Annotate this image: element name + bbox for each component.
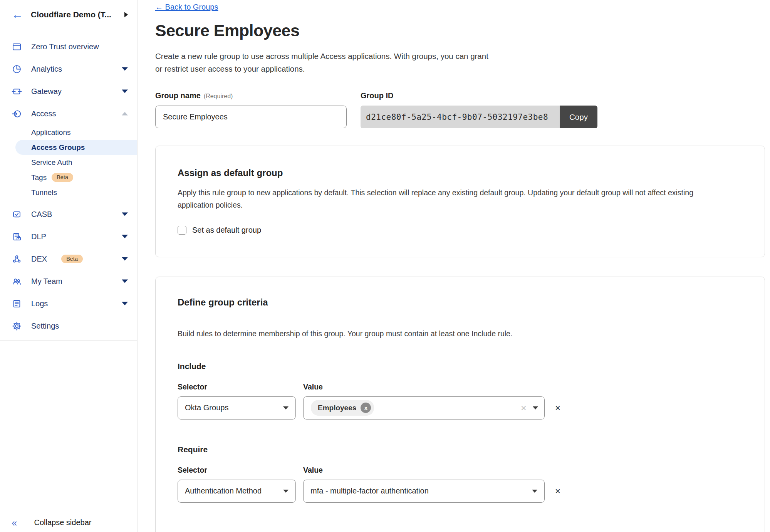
dex-icon <box>12 254 22 264</box>
chevron-down-icon[interactable] <box>122 90 128 93</box>
clear-selection-icon[interactable]: × <box>521 403 527 413</box>
chevron-down-icon[interactable] <box>122 213 128 216</box>
chevron-down-icon[interactable] <box>122 257 128 261</box>
remove-include-rule-button[interactable]: × <box>555 403 560 413</box>
chevron-down-icon[interactable] <box>122 67 128 71</box>
sidebar-item-label: DEX <box>31 255 47 263</box>
require-selector-value: Authentication Method <box>185 487 283 495</box>
sidebar-item-gateway[interactable]: Gateway <box>0 80 137 102</box>
sidebar-item-label: DLP <box>31 232 46 241</box>
logs-icon <box>12 299 22 309</box>
group-id-field-group: Group ID d21ce80f-5a25-4bcf-9b07-5032197… <box>361 91 597 128</box>
assign-default-description-line2: application policies. <box>178 199 743 211</box>
assign-default-group-title: Assign as default group <box>178 168 743 178</box>
chip-remove-icon[interactable]: x <box>361 403 371 413</box>
page-description-line1: Create a new rule group to use across mu… <box>155 50 765 62</box>
back-link-label: Back to Groups <box>165 3 218 11</box>
sidebar-nav: Zero Trust overview Analytics Gateway Ac… <box>0 29 137 341</box>
include-value-multiselect[interactable]: Employees x × <box>303 396 545 420</box>
remove-require-rule-button[interactable]: × <box>555 487 560 496</box>
sidebar-item-zero-trust-overview[interactable]: Zero Trust overview <box>0 35 137 58</box>
sidebar-item-my-team[interactable]: My Team <box>0 270 137 292</box>
page-description-line2: or restrict user access to your applicat… <box>155 62 765 75</box>
require-rule-row: Authentication Method mfa - multiple-fac… <box>178 480 743 503</box>
include-heading: Include <box>178 362 743 371</box>
sidebar-item-analytics[interactable]: Analytics <box>0 58 137 80</box>
chevron-down-icon[interactable] <box>122 280 128 283</box>
window-icon <box>12 42 22 52</box>
sidebar-item-label: Access <box>31 109 56 118</box>
sidebar-item-label: Tags <box>31 173 47 182</box>
sidebar-item-dex[interactable]: DEX Beta <box>0 248 137 270</box>
sidebar-item-access-groups[interactable]: Access Groups <box>15 140 137 155</box>
require-value-label: Value <box>303 466 323 475</box>
include-rule-row: Okta Groups Employees x × × <box>178 396 743 420</box>
include-selector-label: Selector <box>178 383 303 391</box>
sidebar-item-label: Tunnels <box>31 188 57 197</box>
casb-icon <box>12 209 22 220</box>
value-chip: Employees x <box>311 400 374 416</box>
assign-default-group-description: Apply this rule group to new application… <box>178 187 743 211</box>
chevron-right-icon[interactable] <box>124 12 128 17</box>
collapse-sidebar-label: Collapse sidebar <box>34 518 91 527</box>
beta-badge: Beta <box>52 173 73 182</box>
group-name-label: Group name(Required) <box>155 91 347 100</box>
sidebar-header: ← Cloudflare Demo (T... <box>0 0 137 29</box>
define-group-criteria-title: Define group criteria <box>178 297 743 308</box>
sidebar-item-label: Applications <box>31 128 70 137</box>
include-selector-dropdown[interactable]: Okta Groups <box>178 396 296 420</box>
set-default-checkbox[interactable] <box>178 226 186 235</box>
group-name-input[interactable] <box>155 106 347 128</box>
dlp-icon <box>12 232 22 242</box>
sidebar-item-label: Gateway <box>31 87 62 96</box>
copy-button[interactable]: Copy <box>560 106 597 128</box>
back-to-groups-link[interactable]: ← Back to Groups <box>155 3 218 12</box>
sidebar-item-service-auth[interactable]: Service Auth <box>0 155 137 170</box>
sidebar-item-label: Settings <box>31 322 59 331</box>
sidebar-item-label: Analytics <box>31 65 62 74</box>
set-default-group-row: Set as default group <box>178 226 743 235</box>
collapse-chevrons-icon: « <box>12 518 17 528</box>
require-selector-label: Selector <box>178 466 303 475</box>
chevron-down-icon[interactable] <box>122 302 128 305</box>
chevron-down-icon <box>283 406 289 409</box>
sidebar-item-label: Service Auth <box>31 158 72 167</box>
sidebar-divider <box>0 340 137 341</box>
pie-chart-icon <box>12 64 22 74</box>
sidebar-item-label: CASB <box>31 210 52 219</box>
page-title: Secure Employees <box>155 21 765 40</box>
page-description: Create a new rule group to use across mu… <box>155 50 765 75</box>
beta-badge: Beta <box>61 255 83 263</box>
gear-icon <box>12 321 22 331</box>
chevron-up-icon[interactable] <box>122 112 128 116</box>
define-group-criteria-description: Build rules to determine membership of t… <box>178 328 743 340</box>
group-id-value: d21ce80f-5a25-4bcf-9b07-5032197e3be8 <box>361 106 560 128</box>
group-name-field-group: Group name(Required) <box>155 91 347 128</box>
sidebar-item-dlp[interactable]: DLP <box>0 225 137 248</box>
group-id-label: Group ID <box>361 91 597 100</box>
back-arrow-icon[interactable]: ← <box>12 9 23 20</box>
sidebar-item-applications[interactable]: Applications <box>0 125 137 140</box>
set-default-checkbox-label: Set as default group <box>192 226 261 235</box>
require-heading: Require <box>178 445 743 454</box>
include-value-label: Value <box>303 383 323 391</box>
chevron-down-icon <box>283 490 289 493</box>
sidebar-item-settings[interactable]: Settings <box>0 315 137 337</box>
team-icon <box>12 276 22 287</box>
include-labels-row: Selector Value <box>178 383 743 391</box>
group-name-id-row: Group name(Required) Group ID d21ce80f-5… <box>155 91 765 128</box>
chevron-down-icon[interactable] <box>122 235 128 238</box>
chevron-down-icon <box>533 406 538 409</box>
require-selector-dropdown[interactable]: Authentication Method <box>178 480 296 503</box>
include-selector-value: Okta Groups <box>185 403 283 412</box>
account-title: Cloudflare Demo (T... <box>31 10 117 19</box>
sidebar-item-access[interactable]: Access <box>0 102 137 125</box>
sidebar-item-tunnels[interactable]: Tunnels <box>0 185 137 200</box>
assign-default-group-card: Assign as default group Apply this rule … <box>155 146 765 257</box>
sidebar-item-tags[interactable]: Tags Beta <box>0 170 137 185</box>
chevron-down-icon <box>532 490 537 493</box>
collapse-sidebar-button[interactable]: « Collapse sidebar <box>0 513 137 532</box>
sidebar-item-casb[interactable]: CASB <box>0 203 137 225</box>
sidebar-item-logs[interactable]: Logs <box>0 292 137 315</box>
require-value-dropdown[interactable]: mfa - multiple-factor authentication <box>303 480 545 503</box>
